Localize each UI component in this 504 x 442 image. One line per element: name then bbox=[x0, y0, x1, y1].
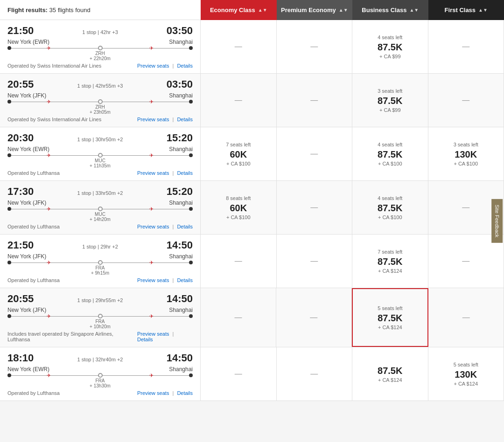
seats-left: 3 seats left bbox=[454, 142, 478, 147]
details-link[interactable]: Details bbox=[177, 63, 193, 69]
flight-info: 21:50 1 stop | 42hr +3 03:50 New York (E… bbox=[0, 20, 201, 73]
seats-left: 8 seats left bbox=[226, 195, 251, 201]
route-row: New York (EWR) Shanghai bbox=[7, 366, 193, 373]
route-line: ✈ ✈ FRA+ 13h30m bbox=[7, 373, 193, 388]
first-class-cell[interactable]: 5 seats left 130K + CA $124 bbox=[428, 347, 504, 401]
business-cell[interactable]: 3 seats left 87.5K + CA $99 bbox=[352, 74, 428, 127]
seats-left: 4 seats left bbox=[378, 35, 402, 40]
preview-seats-link[interactable]: Preview seats bbox=[137, 117, 169, 122]
business-cell[interactable]: 4 seats left 87.5K + CA $99 bbox=[352, 20, 428, 73]
action-links: Preview seats | Details bbox=[137, 390, 193, 396]
route-line: ✈ ✈ ZRH+ 22h20m bbox=[7, 46, 193, 61]
plane-icon-left: ✈ bbox=[47, 99, 51, 105]
depart-time: 17:30 bbox=[7, 186, 34, 198]
to-city: Shanghai bbox=[169, 307, 193, 313]
details-link[interactable]: Details bbox=[177, 390, 193, 396]
seats-left: 5 seats left bbox=[454, 362, 478, 367]
flight-header: 20:55 1 stop | 42hr55m +3 03:50 bbox=[7, 78, 193, 90]
flight-info: 18:10 1 stop | 32hr40m +2 14:50 New York… bbox=[0, 347, 201, 401]
business-cell[interactable]: 4 seats left 87.5K + CA $100 bbox=[352, 181, 428, 234]
tab-premium[interactable]: Premium Economy ▲▼ bbox=[277, 0, 353, 20]
operator-row: Operated by Swiss International Air Line… bbox=[7, 63, 193, 69]
flight-header: 21:50 1 stop | 29hr +2 14:50 bbox=[7, 239, 193, 251]
no-price-dash: — bbox=[310, 257, 318, 265]
tab-business[interactable]: Business Class ▲▼ bbox=[352, 0, 428, 20]
price-amount: 60K bbox=[230, 149, 247, 160]
line-segment: ✈ ✈ bbox=[11, 375, 189, 376]
preview-seats-link[interactable]: Preview seats bbox=[137, 390, 169, 396]
line-segment: ✈ ✈ bbox=[11, 262, 189, 263]
stop-circle bbox=[98, 314, 103, 318]
stop-circle bbox=[98, 46, 103, 50]
line-segment: ✈ ✈ bbox=[11, 102, 189, 102]
premium-cell: — bbox=[277, 347, 353, 401]
from-city: New York (EWR) bbox=[7, 39, 49, 45]
operator-row: Operated by Lufthansa Preview seats | De… bbox=[7, 224, 193, 229]
to-city: Shanghai bbox=[169, 39, 193, 45]
route-line: ✈ ✈ MUC+ 11h35m bbox=[7, 153, 193, 168]
business-cell[interactable]: 7 seats left 87.5K + CA $124 bbox=[352, 235, 428, 288]
preview-seats-link[interactable]: Preview seats bbox=[137, 277, 169, 283]
tab-economy[interactable]: Economy Class ▲▼ bbox=[201, 0, 277, 20]
from-city: New York (JFK) bbox=[7, 92, 46, 99]
premium-cell: — bbox=[277, 127, 353, 180]
operator-text: Operated by Lufthansa bbox=[7, 277, 60, 283]
route-row: New York (EWR) Shanghai bbox=[7, 39, 193, 45]
operator-row: Operated by Lufthansa Preview seats | De… bbox=[7, 170, 193, 176]
route-row: New York (JFK) Shanghai bbox=[7, 92, 193, 99]
stop-info: 1 stop | 30hr50m +2 bbox=[77, 137, 123, 142]
depart-time: 20:55 bbox=[7, 293, 34, 305]
flight-info: 17:30 1 stop | 33hr50m +2 15:20 New York… bbox=[0, 181, 201, 234]
no-price-dash: — bbox=[235, 96, 242, 104]
preview-seats-link[interactable]: Preview seats bbox=[137, 224, 169, 229]
flight-info: 21:50 1 stop | 29hr +2 14:50 New York (J… bbox=[0, 235, 201, 288]
seats-left: 4 seats left bbox=[378, 195, 402, 201]
economy-cell[interactable]: 7 seats left 60K + CA $100 bbox=[201, 127, 277, 180]
price-amount: 130K bbox=[455, 149, 477, 160]
route-row: New York (JFK) Shanghai bbox=[7, 200, 193, 206]
stopover-label: FRA+ 9h15m bbox=[91, 265, 109, 276]
no-price-dash: — bbox=[310, 203, 318, 212]
no-price-dash: — bbox=[310, 150, 318, 158]
preview-seats-link[interactable]: Preview seats bbox=[137, 170, 169, 176]
stop-info: 1 stop | 42hr +3 bbox=[82, 29, 118, 35]
price-sub: + CA $99 bbox=[379, 54, 401, 59]
action-links: Preview seats | Details bbox=[137, 224, 193, 229]
business-cell[interactable]: 5 seats left 87.5K + CA $124 bbox=[352, 288, 429, 347]
preview-seats-link[interactable]: Preview seats bbox=[137, 331, 169, 337]
tab-first[interactable]: First Class ▲▼ bbox=[428, 0, 504, 20]
route-line: ✈ ✈ MUC+ 14h20m bbox=[7, 207, 193, 222]
details-link[interactable]: Details bbox=[137, 337, 153, 342]
business-cell[interactable]: 87.5K + CA $124 bbox=[352, 347, 428, 401]
premium-cell: — bbox=[277, 235, 353, 288]
depart-time: 18:10 bbox=[7, 352, 34, 364]
first-class-cell[interactable]: 3 seats left 130K + CA $100 bbox=[428, 127, 504, 180]
details-link[interactable]: Details bbox=[177, 277, 193, 283]
stopover-label: ZRH+ 22h20m bbox=[90, 51, 111, 61]
stopover-label: MUC+ 14h20m bbox=[90, 212, 111, 222]
site-feedback-tab[interactable]: Site Feedback bbox=[491, 199, 503, 243]
to-city: Shanghai bbox=[169, 146, 193, 152]
dot-left bbox=[7, 153, 11, 157]
details-link[interactable]: Details bbox=[177, 170, 193, 176]
preview-seats-link[interactable]: Preview seats bbox=[137, 63, 169, 69]
no-price-dash: — bbox=[235, 370, 242, 378]
operator-text: Operated by Lufthansa bbox=[7, 390, 60, 396]
to-city: Shanghai bbox=[169, 200, 193, 206]
arrive-time: 14:50 bbox=[167, 352, 193, 364]
details-link[interactable]: Details bbox=[177, 224, 193, 229]
stopover-label: FRA+ 10h20m bbox=[90, 319, 111, 329]
business-cell[interactable]: 4 seats left 87.5K + CA $100 bbox=[352, 127, 428, 180]
operator-text: Operated by Swiss International Air Line… bbox=[7, 117, 101, 122]
arrive-time: 15:20 bbox=[167, 132, 193, 144]
route-line: ✈ ✈ FRA+ 10h20m bbox=[7, 314, 193, 329]
plane-icon-right: ✈ bbox=[149, 45, 154, 51]
details-link[interactable]: Details bbox=[177, 117, 193, 122]
class-tabs: Economy Class ▲▼ Premium Economy ▲▼ Busi… bbox=[201, 0, 504, 20]
premium-cell: — bbox=[277, 181, 353, 234]
to-city: Shanghai bbox=[169, 253, 193, 260]
economy-cell[interactable]: 8 seats left 60K + CA $100 bbox=[201, 181, 277, 234]
depart-time: 20:30 bbox=[7, 132, 34, 144]
flight-info: 20:55 1 stop | 42hr55m +3 03:50 New York… bbox=[0, 74, 201, 127]
price-sub: + CA $124 bbox=[454, 381, 478, 387]
